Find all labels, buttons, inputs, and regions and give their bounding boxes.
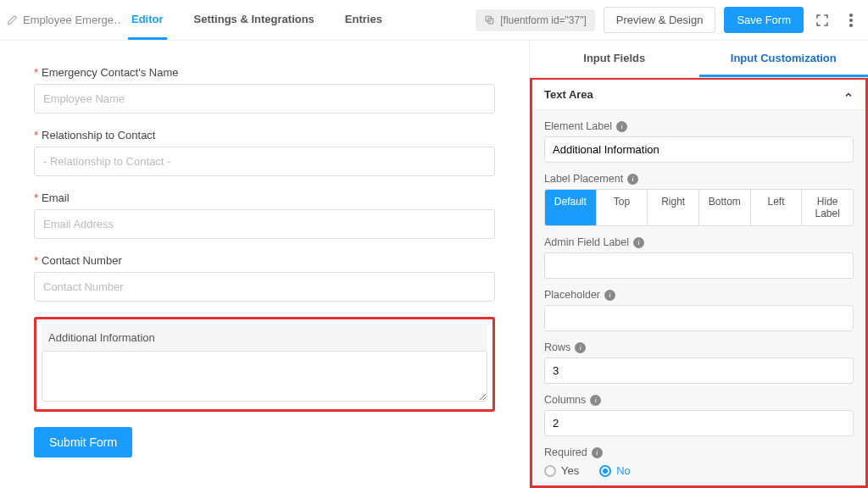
control-label-placement: Label Placementi Default Top Right Botto…	[544, 173, 854, 226]
label-placement-segment: Default Top Right Bottom Left Hide Label	[544, 189, 854, 226]
control-admin-label: Admin Field Labeli	[544, 236, 854, 279]
panel-header[interactable]: Text Area	[532, 80, 865, 110]
sidebar: Input Fields Input Customization Text Ar…	[529, 41, 868, 488]
rows-input[interactable]	[544, 358, 854, 384]
info-icon[interactable]: i	[592, 447, 603, 458]
sidebar-tabs: Input Fields Input Customization	[530, 41, 868, 78]
shortcode-text: [fluentform id="37"]	[500, 14, 587, 26]
header-actions: [fluentform id="37"] Preview & Design Sa…	[476, 7, 861, 33]
seg-right[interactable]: Right	[648, 190, 699, 225]
info-icon[interactable]: i	[575, 342, 586, 353]
shortcode-box[interactable]: [fluentform id="37"]	[476, 9, 595, 31]
field-label: *Contact Number	[34, 254, 495, 267]
info-icon[interactable]: i	[627, 174, 638, 185]
seg-top[interactable]: Top	[597, 190, 648, 225]
required-radio-group: Yes No	[544, 463, 854, 477]
info-icon[interactable]: i	[590, 395, 601, 406]
element-label-input[interactable]	[544, 136, 854, 163]
placeholder-input[interactable]	[544, 305, 854, 331]
field-input[interactable]	[34, 272, 495, 302]
editor-canvas: *Emergency Contact's Name *Relationship …	[0, 41, 529, 488]
header-tabs: Editor Settings & Integrations Entries	[128, 1, 386, 40]
admin-label-input[interactable]	[544, 252, 854, 279]
field-input[interactable]	[34, 209, 495, 239]
save-button[interactable]: Save Form	[724, 7, 804, 33]
field-label: *Relationship to Contact	[34, 129, 495, 141]
columns-input[interactable]	[544, 410, 854, 436]
seg-default[interactable]: Default	[545, 190, 597, 225]
tab-editor[interactable]: Editor	[128, 1, 167, 40]
selected-field-label: Additional Information	[42, 324, 487, 351]
field-textarea[interactable]	[42, 351, 487, 402]
form-field[interactable]: *Relationship to Contact	[34, 129, 495, 176]
svg-point-3	[849, 19, 853, 22]
form-field[interactable]: *Emergency Contact's Name	[34, 66, 495, 114]
fullscreen-icon[interactable]	[812, 10, 832, 30]
selected-field-block[interactable]: Additional Information	[34, 317, 495, 412]
panel-body: Element Labeli Label Placementi Default …	[532, 110, 865, 488]
seg-left[interactable]: Left	[751, 190, 803, 225]
seg-hide[interactable]: Hide Label	[802, 190, 853, 225]
tab-settings[interactable]: Settings & Integrations	[191, 1, 318, 40]
more-icon[interactable]	[841, 10, 861, 30]
pencil-icon	[7, 14, 18, 25]
form-field[interactable]: *Contact Number	[34, 254, 495, 302]
preview-button[interactable]: Preview & Design	[604, 7, 716, 33]
copy-icon	[484, 14, 495, 25]
info-icon[interactable]: i	[616, 121, 627, 132]
form-field[interactable]: *Email	[34, 191, 495, 239]
info-icon[interactable]: i	[633, 237, 644, 248]
panel-title: Text Area	[544, 88, 593, 101]
svg-point-2	[849, 14, 853, 17]
tab-entries[interactable]: Entries	[342, 1, 386, 40]
field-label: *Emergency Contact's Name	[34, 66, 495, 79]
control-element-label: Element Labeli	[544, 120, 854, 163]
field-label: *Email	[34, 191, 495, 204]
chevron-up-icon	[843, 90, 854, 100]
field-select[interactable]	[34, 147, 495, 176]
field-input[interactable]	[34, 84, 495, 114]
tab-input-fields[interactable]: Input Fields	[530, 41, 699, 77]
tab-input-customization[interactable]: Input Customization	[699, 41, 869, 77]
form-title[interactable]: Employee Emerge…	[7, 14, 121, 26]
form-title-text: Employee Emerge…	[23, 14, 121, 26]
control-columns: Columnsi	[544, 394, 854, 436]
info-icon[interactable]: i	[604, 290, 615, 301]
control-rows: Rowsi	[544, 341, 854, 384]
seg-bottom[interactable]: Bottom	[699, 190, 751, 225]
required-no[interactable]: No	[599, 464, 631, 477]
main-layout: *Emergency Contact's Name *Relationship …	[0, 41, 868, 488]
svg-point-4	[849, 24, 853, 27]
control-required: Requiredi Yes No	[544, 446, 854, 477]
control-placeholder: Placeholderi	[544, 289, 854, 331]
sidebar-panel: Text Area Element Labeli Label Placement…	[530, 78, 868, 488]
submit-button[interactable]: Submit Form	[34, 427, 132, 458]
top-bar: Employee Emerge… Editor Settings & Integ…	[0, 0, 868, 41]
required-yes[interactable]: Yes	[544, 464, 579, 477]
